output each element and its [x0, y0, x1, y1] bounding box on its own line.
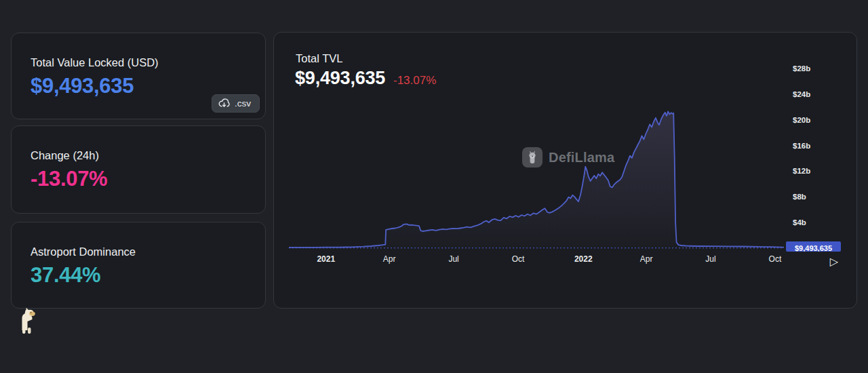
y-tick-label: $4b	[793, 217, 806, 228]
stat-card-total-value-locked: Total Value Locked (USD) $9,493,635 .csv	[11, 33, 266, 119]
tvl-area-fill	[289, 111, 784, 248]
stat-value-dominance: 37.44%	[31, 263, 100, 288]
stat-value-change: -13.07%	[31, 167, 107, 191]
chart-title: Total TVL	[296, 52, 342, 65]
defillama-dashboard: Total Value Locked (USD) $9,493,635 .csv…	[0, 0, 868, 373]
y-tick-label: $16b	[793, 140, 810, 151]
chart-current-value: $9,493,635	[295, 68, 385, 89]
stat-label: Total Value Locked (USD)	[31, 56, 159, 69]
stat-card-astroport-dominance: Astroport Dominance 37.44%	[11, 222, 266, 309]
tvl-chart-panel: Total TVL $9,493,635 -13.07%	[273, 32, 857, 309]
llama-mascot-icon	[18, 307, 39, 334]
stat-value-tvl: $9,493,635	[31, 74, 134, 98]
current-value-badge-text: $9,493,635	[795, 244, 832, 252]
y-tick-label: $12b	[793, 165, 810, 176]
stat-label: Change (24h)	[31, 149, 99, 162]
x-tick-label: Jul	[705, 254, 715, 264]
x-axis-labels: 2021AprJulOct2022AprJulOct	[289, 254, 784, 265]
x-tick-label: Apr	[383, 254, 396, 264]
chart-change-percent: -13.07%	[393, 74, 436, 87]
x-tick-label: 2022	[574, 254, 593, 264]
cloud-download-icon	[218, 98, 230, 109]
y-tick-label: $20b	[793, 115, 810, 125]
download-csv-button[interactable]: .csv	[212, 94, 260, 113]
current-value-badge: $9,493,635	[786, 241, 841, 252]
y-tick-label: $24b	[793, 89, 810, 100]
x-tick-label: Oct	[512, 254, 525, 264]
x-tick-label: 2021	[317, 254, 335, 264]
play-chart-animation-button[interactable]: ▷	[825, 254, 843, 270]
y-tick-label: $8b	[793, 191, 806, 202]
tvl-line-chart[interactable]	[289, 98, 784, 256]
x-tick-label: Jul	[448, 254, 458, 264]
x-tick-label: Oct	[769, 254, 782, 264]
x-tick-label: Apr	[640, 254, 653, 264]
csv-button-label: .csv	[235, 98, 251, 109]
y-tick-label: $28b	[793, 63, 810, 74]
stat-card-change-24h: Change (24h) -13.07%	[11, 125, 266, 214]
stat-label: Astroport Dominance	[31, 246, 136, 258]
